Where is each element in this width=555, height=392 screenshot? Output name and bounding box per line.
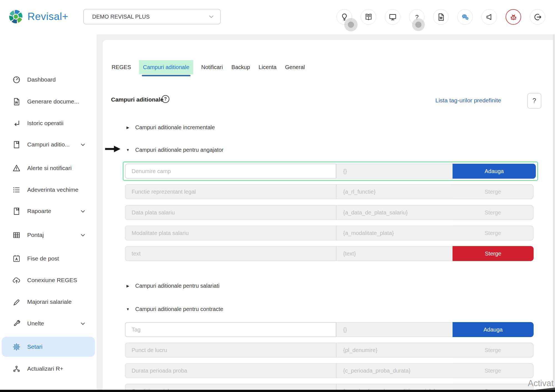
brand-name: Revisal+ [27, 11, 68, 22]
adauga-button[interactable]: Adauga [453, 164, 536, 179]
lightbulb-button[interactable] [336, 9, 352, 25]
sterge-button[interactable]: Sterge [453, 343, 534, 358]
sidebar-item-dashboard[interactable]: Dashboard [2, 72, 95, 87]
sidebar-item-label: Rapoarte [27, 208, 51, 214]
bookmark-page-icon [12, 207, 21, 216]
adauga-button[interactable]: Adauga [453, 322, 534, 337]
field-tag-value: {} [336, 164, 453, 179]
group-header-campuri-aditionale-pentru-contracte[interactable]: ▼ Campuri aditionale pentru contracte [125, 305, 223, 313]
wrench-icon [12, 319, 21, 328]
revisal-logo-icon [8, 9, 23, 24]
scrollbar[interactable] [553, 34, 555, 392]
group-header-campuri-aditionale-pentru-salariati[interactable]: ▶ Campuri aditionale pentru salariati [125, 282, 220, 290]
word-document-icon [12, 97, 21, 106]
pen-icon [12, 298, 21, 306]
field-row: text {text} Sterge [125, 246, 534, 261]
field-name-value: Durata perioada proba [125, 363, 336, 378]
chevron-down-icon [80, 320, 86, 327]
chat-bubbles-icon [461, 13, 469, 21]
sidebar-item-label: Dashboard [27, 76, 56, 83]
warning-triangle-icon [12, 164, 21, 173]
field-groups: ▶ Campuri aditionale incrementale ▼ Camp… [103, 40, 553, 392]
history-icon [12, 119, 21, 128]
sidebar-item-label: Pontaj [27, 232, 44, 238]
sidebar-item-fise-de-post[interactable]: Fise de post [2, 251, 95, 266]
table-grid-icon [12, 231, 21, 239]
company-selector[interactable]: DEMO REVISAL PLUS [83, 9, 221, 24]
gear-icon [12, 343, 21, 351]
sidebar-item-majorari-salariale[interactable]: Majorari salariale [2, 294, 95, 309]
expand-triangle-icon: ▶ [125, 125, 130, 130]
sterge-button[interactable]: Sterge [453, 363, 534, 378]
open-book-button[interactable] [361, 9, 376, 25]
bug-report-button[interactable] [506, 9, 521, 25]
sterge-button[interactable]: Sterge [453, 226, 534, 241]
question-button[interactable]: ? [409, 9, 425, 25]
sidebar-item-label: Istoric operatii [27, 120, 64, 127]
sidebar-item-label: Actualizari R+ [27, 365, 63, 372]
header: Revisal+ DEMO REVISAL PLUS ? [0, 0, 555, 34]
group-label: Campuri aditionale pentru angajator [135, 147, 223, 153]
expand-triangle-icon: ▼ [125, 307, 130, 311]
sidebar-item-generare-docume[interactable]: Generare docume... [2, 94, 95, 109]
logo: Revisal+ [8, 9, 68, 24]
field-tag-value: {c_perioada_proba_durata} [336, 363, 453, 378]
sidebar-item-alerte-si-notificari[interactable]: Alerte si notificari [2, 161, 95, 176]
field-tag-value: {} [336, 322, 453, 337]
expand-triangle-icon: ▼ [125, 148, 130, 152]
sidebar-item-rapoarte[interactable]: Rapoarte [2, 204, 95, 219]
sterge-button[interactable]: Sterge [453, 184, 534, 199]
field-tag-value: {a_modalitate_plata} [336, 226, 453, 241]
bug-report-icon [509, 13, 518, 21]
sidebar-item-istoric-operatii[interactable]: Istoric operatii [2, 116, 95, 131]
logout-button[interactable] [530, 9, 545, 25]
field-name-value: text [125, 246, 336, 261]
open-book-icon [364, 13, 373, 21]
sidebar-item-label: Setari [27, 343, 42, 350]
field-row: Durata perioada proba {c_perioada_proba_… [125, 363, 534, 378]
sidebar-item-actualizari-r[interactable]: Actualizari R+ [2, 361, 95, 376]
group-header-campuri-aditionale-pentru-angajator[interactable]: ▼ Campuri aditionale pentru angajator [125, 146, 223, 154]
megaphone-button[interactable] [481, 9, 497, 25]
sidebar-item-label: Alerte si notificari [27, 165, 72, 171]
chevron-down-icon [208, 13, 215, 20]
gauge-icon [12, 75, 21, 84]
nodes-icon [12, 365, 21, 373]
field-row: Modalitate plata salariu {a_modalitate_p… [125, 226, 534, 241]
sidebar-item-conexiune-reges[interactable]: Conexiune REGES [2, 273, 95, 288]
sterge-button[interactable]: Sterge [453, 205, 534, 220]
sidebar-item-unelte[interactable]: Unelte [2, 316, 95, 331]
group-label: Campuri aditionale incrementale [135, 124, 215, 131]
field-row: Data plata salariu {a_data_de_plata_sala… [125, 205, 534, 220]
field-name-value: Functie reprezentant legal [125, 184, 336, 199]
sidebar-item-setari[interactable]: Setari [2, 337, 95, 357]
field-row: {} Adauga [123, 161, 538, 181]
sidebar-item-label: Fise de post [27, 255, 59, 262]
sidebar-item-adeverinta-vechime[interactable]: Adeverinta vechime [2, 182, 95, 197]
chevron-down-icon [80, 141, 86, 148]
word-document-button[interactable] [433, 9, 449, 25]
field-name-input[interactable] [125, 164, 336, 179]
sidebar-item-campuri-aditio[interactable]: Campuri aditio... [2, 137, 95, 152]
megaphone-icon [485, 13, 494, 21]
sidebar-item-label: Unelte [27, 320, 44, 327]
field-name-value: Modalitate plata salariu [125, 226, 336, 241]
header-icon-row: ? [336, 9, 545, 25]
chevron-down-icon [80, 232, 86, 238]
field-name-value: Data plata salariu [125, 205, 336, 220]
chat-bubbles-button[interactable] [457, 9, 473, 25]
group-header-campuri-aditionale-incrementale[interactable]: ▶ Campuri aditionale incrementale [125, 123, 215, 131]
lightbulb-icon [340, 13, 349, 21]
badge-icon [12, 254, 21, 263]
list-icon [12, 186, 21, 194]
cloud-upload-icon [12, 276, 21, 285]
field-name-input[interactable] [125, 322, 336, 337]
app-root: Revisal+ DEMO REVISAL PLUS ? Dashboard G… [0, 0, 555, 392]
logout-icon [533, 13, 542, 21]
svg-text:?: ? [415, 13, 418, 20]
field-tag-value: {a_rl_functie} [336, 184, 453, 199]
sidebar-item-pontaj[interactable]: Pontaj [2, 227, 95, 242]
chevron-down-icon [80, 208, 86, 214]
sterge-button[interactable]: Sterge [453, 246, 534, 261]
monitor-button[interactable] [385, 9, 400, 25]
